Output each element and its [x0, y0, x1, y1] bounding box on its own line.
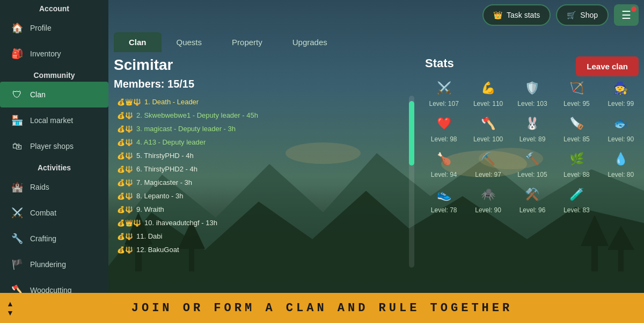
stat-level: Level: 96	[519, 206, 546, 214]
stat-icon: ⛏️	[479, 149, 498, 169]
stat-item: 🧙Level: 99	[602, 78, 640, 107]
member-row[interactable]: 💰👑🔱10. ihaveadutchgf - 13h	[114, 217, 406, 229]
tab-upgrades[interactable]: Upgrades	[277, 32, 342, 52]
stat-item: 🪓Level: 100	[469, 114, 507, 143]
stat-icon: 🍗	[434, 149, 453, 169]
activities-label: Activities	[0, 159, 108, 174]
member-row[interactable]: 💰🔱3. magicast - Deputy leader - 3h	[114, 123, 406, 135]
member-name: 2. Skwebwebwe1 - Deputy leader - 45h	[136, 111, 258, 119]
stat-item: ⛏️Level: 97	[469, 149, 507, 178]
home-icon: 🏠	[10, 20, 25, 35]
task-stats-label: Task stats	[507, 11, 540, 19]
stat-level: Level: 88	[564, 171, 590, 178]
tab-property[interactable]: Property	[217, 32, 277, 52]
stat-icon: 🏹	[567, 78, 586, 98]
stat-item: ❤️Level: 98	[425, 114, 463, 143]
hamburger-icon: ☰	[621, 9, 631, 21]
stat-icon: 🔨	[523, 149, 542, 169]
stat-level: Level: 78	[431, 206, 457, 214]
sidebar-section-account: Account 🏠 Profile 🎒 Inventory	[0, 0, 108, 67]
stat-level: Level: 98	[431, 135, 457, 143]
members-scrollbar[interactable]	[409, 96, 414, 268]
sidebar-item-local-market[interactable]: 🏪 Local market	[0, 107, 108, 133]
sidebar-item-player-shops[interactable]: 🛍 Player shops	[0, 133, 108, 159]
stat-item: 💧Level: 80	[602, 149, 640, 178]
sidebar-item-clan[interactable]: 🛡 Clan	[0, 82, 108, 107]
members-list-container: 💰👑🔱1. Death - Leader💰🔱2. Skwebwebwe1 - D…	[114, 96, 414, 268]
sidebar-item-profile[interactable]: 🏠 Profile	[0, 15, 108, 41]
menu-button[interactable]: ☰	[614, 4, 639, 26]
arrow-up-icon[interactable]: ▲	[6, 299, 14, 308]
stat-item: 🍗Level: 94	[425, 149, 463, 178]
member-row[interactable]: 💰🔱2. Skwebwebwe1 - Deputy leader - 45h	[114, 109, 406, 121]
shop-label: Shop	[580, 11, 598, 19]
member-row[interactable]: 💰🔱6. ThirstyPHD2 - 4h	[114, 163, 406, 175]
stat-icon: 💧	[611, 149, 631, 169]
stat-icon: ⚔️	[434, 78, 453, 98]
stat-level: Level: 95	[564, 100, 590, 107]
task-stats-button[interactable]: 👑 Task stats	[482, 4, 551, 26]
member-row[interactable]: 💰🔱9. Wraith	[114, 203, 406, 216]
member-row[interactable]: 💰🔱8. Lepanto - 3h	[114, 190, 406, 202]
stat-level: Level: 85	[564, 135, 590, 143]
svg-rect-7	[591, 242, 598, 271]
sidebar-item-combat[interactable]: ⚔️ Combat	[0, 200, 108, 226]
member-name: 8. Lepanto - 3h	[136, 192, 183, 200]
community-label: Community	[0, 67, 108, 82]
members-count: Members: 15/15	[114, 78, 414, 90]
sidebar-item-plundering[interactable]: 🏴 Plundering	[0, 252, 108, 277]
tab-quests[interactable]: Quests	[162, 32, 217, 52]
stat-item: 🪚Level: 85	[558, 114, 595, 143]
stat-item: 👟Level: 78	[425, 185, 463, 214]
stat-icon: 🧪	[567, 185, 586, 204]
stat-item: 💪Level: 110	[469, 78, 507, 107]
stat-item: ⚔️Level: 107	[425, 78, 463, 107]
member-row[interactable]: 💰🔱11. Dabi	[114, 230, 406, 242]
member-icons: 💰🔱	[117, 139, 133, 146]
clan-shield-icon: 🛡	[10, 87, 25, 102]
member-row[interactable]: 💰🔱12. BakuGoat	[114, 243, 406, 256]
stat-icon: 🕷️	[479, 185, 498, 204]
plundering-icon: 🏴	[10, 257, 25, 272]
member-row[interactable]: 💰🔱5. ThirstyPHD - 4h	[114, 149, 406, 162]
sidebar-item-inventory[interactable]: 🎒 Inventory	[0, 41, 108, 67]
member-name: 9. Wraith	[136, 205, 164, 213]
member-icons: 💰🔱	[117, 206, 133, 213]
stat-icon: ⚒️	[523, 185, 542, 204]
member-icons: 💰🔱	[117, 112, 133, 119]
stat-item: 🧪Level: 83	[558, 185, 595, 214]
member-name: 3. magicast - Deputy leader - 3h	[136, 125, 236, 133]
member-name: 5. ThirstyPHD - 4h	[136, 152, 194, 160]
member-name: 7. Magicaster - 3h	[136, 178, 192, 186]
stat-level: Level: 110	[473, 100, 503, 107]
leave-clan-button[interactable]: Leave clan	[576, 56, 639, 76]
stats-grid: ⚔️Level: 107💪Level: 110🛡️Level: 103🏹Leve…	[425, 78, 640, 214]
arrow-down-icon[interactable]: ▼	[6, 308, 14, 317]
sidebar-item-crafting[interactable]: 🔧 Crafting	[0, 226, 108, 252]
stat-item: 🕷️Level: 90	[469, 185, 507, 214]
market-icon: 🏪	[10, 113, 25, 128]
svg-rect-9	[618, 247, 624, 271]
inventory-icon: 🎒	[10, 46, 25, 61]
stat-level: Level: 107	[429, 100, 459, 107]
member-row[interactable]: 💰🔱7. Magicaster - 3h	[114, 176, 406, 189]
member-row[interactable]: 💰🔱4. A13 - Deputy leader	[114, 136, 406, 148]
stat-level: Level: 97	[475, 171, 501, 178]
stat-level: Level: 83	[564, 206, 590, 214]
crafting-icon: 🔧	[10, 231, 25, 246]
member-name: 11. Dabi	[136, 232, 162, 240]
stat-item: 🐟Level: 90	[602, 114, 640, 143]
stat-icon: 🧙	[611, 78, 631, 98]
task-stats-icon: 👑	[493, 11, 502, 19]
shop-button[interactable]: 🛒 Shop	[556, 4, 609, 26]
stat-item: ⚒️Level: 96	[514, 185, 551, 214]
combat-icon: ⚔️	[10, 205, 25, 220]
banner-text: JOIN OR FORM A CLAN AND RULE TOGETHER	[131, 302, 513, 315]
stat-level: Level: 99	[608, 100, 634, 107]
member-row[interactable]: 💰👑🔱1. Death - Leader	[114, 96, 406, 108]
member-icons: 💰👑🔱	[117, 219, 141, 227]
banner-nav-arrows: ▲ ▼	[6, 299, 14, 317]
sidebar-item-raids[interactable]: 🏰 Raids	[0, 174, 108, 200]
tab-clan[interactable]: Clan	[114, 32, 162, 52]
clan-panel: Scimitar Members: 15/15 💰👑🔱1. Death - Le…	[114, 56, 414, 268]
